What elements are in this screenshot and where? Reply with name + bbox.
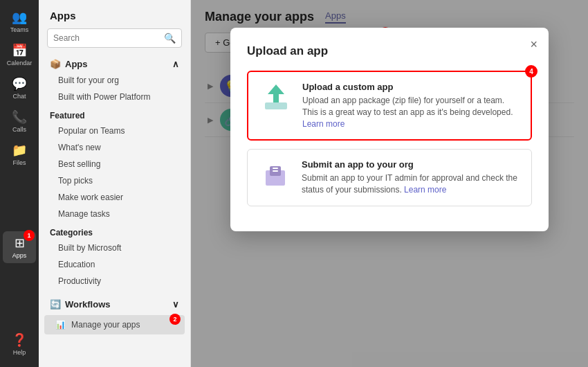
sidebar-item-productivity[interactable]: Productivity bbox=[39, 273, 190, 289]
files-icon: 📁 bbox=[12, 143, 27, 158]
nav-item-teams[interactable]: 👥 Teams bbox=[3, 6, 36, 37]
upload-card-description: Upload an app package (zip file) for you… bbox=[302, 95, 520, 129]
sidebar-item-education[interactable]: Education bbox=[39, 256, 190, 273]
upload-icon bbox=[259, 82, 293, 115]
sidebar-section-apps[interactable]: 📦 Apps ∧ bbox=[39, 55, 190, 72]
modal-title: Upload an app bbox=[247, 44, 532, 58]
nav-apps-badge: 1 bbox=[24, 230, 35, 241]
nav-item-calls[interactable]: 📞 Calls bbox=[3, 105, 36, 137]
workflows-icon: 🔄 bbox=[50, 299, 61, 310]
sidebar-item-top-picks[interactable]: Top picks bbox=[39, 172, 190, 189]
nav-item-chat[interactable]: 💬 Chat bbox=[3, 72, 36, 104]
nav-item-calendar[interactable]: 📅 Calendar bbox=[3, 39, 36, 71]
svg-rect-5 bbox=[273, 168, 278, 169]
chat-icon: 💬 bbox=[12, 76, 27, 91]
sidebar-item-make-work-easier[interactable]: Make work easier bbox=[39, 189, 190, 206]
submit-app-card[interactable]: Submit an app to your org Submit an app … bbox=[247, 149, 532, 206]
apps-section-icon: 📦 bbox=[50, 59, 61, 69]
sidebar-section-featured: Featured bbox=[39, 105, 190, 123]
sidebar-item-best-selling[interactable]: Best selling bbox=[39, 156, 190, 172]
sidebar-item-manage-tasks[interactable]: Manage tasks bbox=[39, 206, 190, 222]
nav-item-files[interactable]: 📁 Files bbox=[3, 138, 36, 170]
upload-modal: Upload an app × Upload a custom app bbox=[230, 28, 549, 231]
modal-close-button[interactable]: × bbox=[530, 37, 538, 52]
nav-bar: 👥 Teams 📅 Calendar 💬 Chat 📞 Calls 📁 File… bbox=[0, 0, 39, 367]
svg-rect-0 bbox=[265, 102, 287, 109]
submit-card-title: Submit an app to your org bbox=[302, 159, 520, 170]
submit-learn-more-link[interactable]: Learn more bbox=[404, 185, 446, 195]
upload-custom-app-card[interactable]: Upload a custom app Upload an app packag… bbox=[247, 71, 532, 141]
chevron-up-icon: ∧ bbox=[172, 59, 179, 69]
calendar-icon: 📅 bbox=[12, 43, 27, 58]
modal-highlight-badge: 4 bbox=[525, 65, 538, 78]
sidebar-item-built-by-microsoft[interactable]: Built by Microsoft bbox=[39, 240, 190, 256]
help-icon: ❓ bbox=[12, 332, 27, 348]
search-input[interactable] bbox=[53, 33, 164, 43]
sidebar-title: Apps bbox=[39, 0, 190, 28]
calls-icon: 📞 bbox=[12, 109, 27, 125]
sidebar-item-built-for-org[interactable]: Built for your org bbox=[39, 72, 190, 89]
main-content: Manage your apps Apps + Get more apps ↑ … bbox=[191, 0, 588, 367]
sidebar-item-popular-on-teams[interactable]: Popular on Teams bbox=[39, 123, 190, 139]
sidebar-section-workflows[interactable]: 🔄 Workflows ∨ bbox=[39, 295, 190, 312]
svg-rect-6 bbox=[273, 170, 278, 172]
sidebar-item-whats-new[interactable]: What's new bbox=[39, 139, 190, 156]
manage-apps-icon: 📊 bbox=[55, 320, 66, 330]
search-bar[interactable]: 🔍 bbox=[47, 28, 182, 48]
teams-icon: 👥 bbox=[12, 10, 27, 25]
submit-card-description: Submit an app to your IT admin for appro… bbox=[302, 172, 520, 196]
manage-apps-badge: 2 bbox=[169, 314, 181, 325]
sidebar-item-built-power[interactable]: Built with Power Platform bbox=[39, 89, 190, 105]
sidebar-item-manage-apps[interactable]: 📊 Manage your apps bbox=[44, 315, 185, 334]
nav-item-help[interactable]: ❓ Help bbox=[3, 328, 36, 360]
apps-icon: ⊞ bbox=[15, 235, 25, 251]
submit-icon bbox=[259, 159, 292, 193]
sidebar-section-categories: Categories bbox=[39, 222, 190, 240]
modal-overlay[interactable]: Upload an app × Upload a custom app bbox=[191, 0, 588, 367]
upload-card-title: Upload a custom app bbox=[302, 82, 520, 92]
search-icon: 🔍 bbox=[164, 33, 176, 44]
upload-learn-more-link[interactable]: Learn more bbox=[302, 119, 344, 129]
chevron-down-icon: ∨ bbox=[172, 299, 179, 310]
sidebar: Apps 🔍 📦 Apps ∧ Built for your org Built… bbox=[39, 0, 191, 367]
svg-marker-2 bbox=[268, 84, 284, 94]
